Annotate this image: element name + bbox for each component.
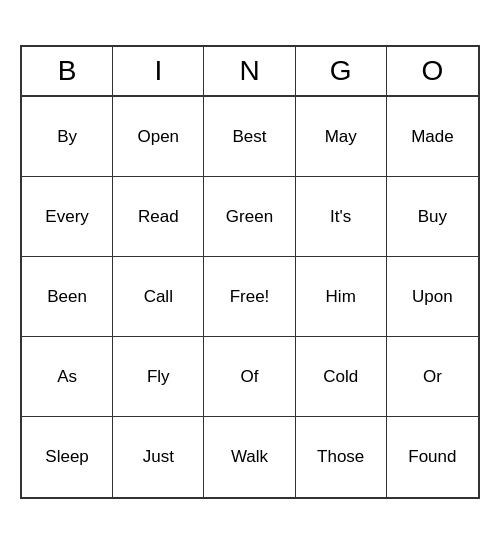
- bingo-card: BINGO ByOpenBestMayMadeEveryReadGreenIt'…: [20, 45, 480, 499]
- bingo-cell: Open: [113, 97, 204, 177]
- bingo-cell: Every: [22, 177, 113, 257]
- bingo-cell: Him: [296, 257, 387, 337]
- bingo-cell: Made: [387, 97, 478, 177]
- bingo-cell: Read: [113, 177, 204, 257]
- bingo-cell: Walk: [204, 417, 295, 497]
- bingo-cell: Found: [387, 417, 478, 497]
- bingo-cell: Of: [204, 337, 295, 417]
- bingo-cell: Cold: [296, 337, 387, 417]
- bingo-cell: Just: [113, 417, 204, 497]
- bingo-header: BINGO: [22, 47, 478, 97]
- bingo-cell: Or: [387, 337, 478, 417]
- bingo-cell: As: [22, 337, 113, 417]
- bingo-cell: May: [296, 97, 387, 177]
- header-letter: I: [113, 47, 204, 95]
- header-letter: O: [387, 47, 478, 95]
- bingo-cell: Fly: [113, 337, 204, 417]
- bingo-cell: Buy: [387, 177, 478, 257]
- bingo-cell: Upon: [387, 257, 478, 337]
- bingo-cell: Best: [204, 97, 295, 177]
- header-letter: G: [296, 47, 387, 95]
- bingo-cell: Sleep: [22, 417, 113, 497]
- bingo-grid: ByOpenBestMayMadeEveryReadGreenIt'sBuyBe…: [22, 97, 478, 497]
- bingo-cell: Call: [113, 257, 204, 337]
- bingo-cell: Those: [296, 417, 387, 497]
- bingo-cell: Green: [204, 177, 295, 257]
- header-letter: B: [22, 47, 113, 95]
- header-letter: N: [204, 47, 295, 95]
- bingo-cell: By: [22, 97, 113, 177]
- bingo-cell: It's: [296, 177, 387, 257]
- bingo-cell: Been: [22, 257, 113, 337]
- bingo-cell: Free!: [204, 257, 295, 337]
